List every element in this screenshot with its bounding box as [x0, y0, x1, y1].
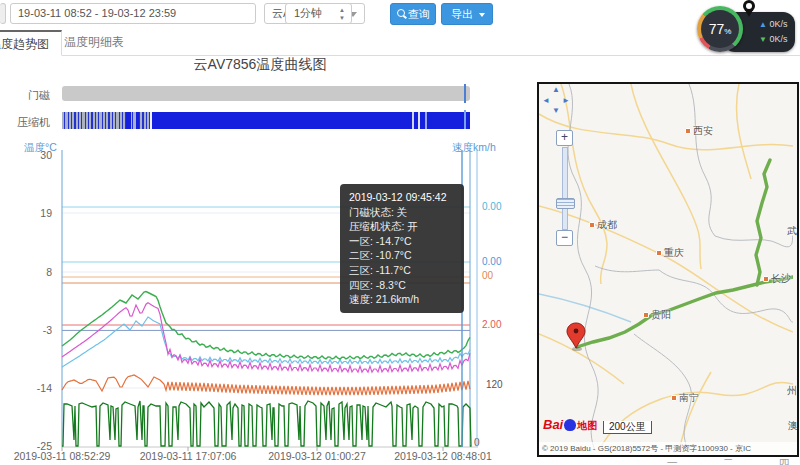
- upload-arrow-icon: ▲: [759, 20, 767, 29]
- chart-tooltip: 2019-03-12 09:45:42 门磁状态: 关 压缩机状态: 开 一区:…: [340, 184, 464, 313]
- query-label: 查询: [408, 8, 430, 20]
- pan-left-icon[interactable]: ◄: [542, 97, 550, 105]
- map-city-partial: 武: [787, 224, 797, 238]
- compressor-bar-cursor: [464, 110, 466, 129]
- tab-detail-table[interactable]: 温度明细表: [52, 30, 136, 54]
- date-range-value: 19-03-11 08:52 - 19-03-12 23:59: [18, 7, 176, 19]
- compressor-bar-label: 压缩机: [0, 115, 50, 130]
- spinner-icon[interactable]: ▲▼: [339, 6, 345, 22]
- pan-down-icon[interactable]: ▼: [552, 107, 560, 115]
- door-state-bar[interactable]: [62, 86, 470, 101]
- zoom-slider-handle[interactable]: [556, 198, 575, 209]
- tooltip-row: 一区: -14.7°C: [349, 234, 455, 249]
- tab-bar: 温度趋势图 温度明细表: [0, 30, 800, 56]
- city-dot-icon: [685, 128, 691, 134]
- map-city: 重庆: [656, 246, 684, 260]
- legend-item[interactable]: 四区: [762, 456, 800, 465]
- export-label: 导出: [451, 8, 473, 20]
- zoom-out-button[interactable]: −: [556, 230, 573, 246]
- pan-up-icon[interactable]: ▲: [552, 86, 560, 94]
- tooltip-row: 四区: -8.3°C: [349, 278, 455, 293]
- legend-item[interactable]: 二区: [706, 456, 744, 465]
- city-dot-icon: [656, 250, 662, 256]
- door-bar-cursor: [464, 84, 466, 103]
- map-city: 成都: [589, 218, 617, 232]
- compressor-bar-striped-section: [62, 112, 150, 129]
- chart-title: 云AV7856温度曲线图: [0, 56, 520, 74]
- interval-value: 1分钟: [294, 7, 322, 19]
- city-dot-icon: [589, 222, 595, 228]
- upload-speed: 0K/s: [769, 19, 787, 29]
- door-bar-label: 门磁: [0, 88, 50, 103]
- date-range-input[interactable]: 19-03-11 08:52 - 19-03-12 23:59: [10, 3, 256, 24]
- city-dot-icon: [671, 395, 677, 401]
- compressor-bar-solid-section: [152, 112, 470, 129]
- compressor-state-bar[interactable]: [62, 112, 470, 129]
- tooltip-row: 速度: 21.6km/h: [349, 292, 455, 307]
- zoom-slider[interactable]: [562, 147, 568, 230]
- legend-item[interactable]: 天: [558, 456, 586, 465]
- speed-series-line: [62, 401, 471, 446]
- search-icon: [397, 9, 405, 17]
- zoom-in-button[interactable]: +: [556, 130, 573, 146]
- map-city: 长沙: [763, 272, 791, 286]
- legend-item[interactable]: 区: [604, 456, 632, 465]
- map-city-partial: 州: [787, 384, 797, 398]
- zone-legend: 天 区 一区 二区 四区: [558, 456, 800, 465]
- caret-down-icon: [479, 13, 485, 17]
- city-dot-icon: [763, 276, 769, 282]
- map-city-partial: 澳: [788, 419, 798, 433]
- map-city: 贵阳: [643, 308, 671, 322]
- legend-item[interactable]: 一区: [650, 456, 688, 465]
- temperature-series-line: [62, 375, 470, 395]
- tooltip-row: 门磁状态: 关: [349, 205, 455, 220]
- tooltip-row: 二区: -10.7°C: [349, 248, 455, 263]
- location-pin-icon: [743, 0, 755, 12]
- pan-right-icon[interactable]: ►: [562, 97, 570, 105]
- query-button[interactable]: 查询: [390, 3, 436, 25]
- clipped-left-control: [0, 3, 6, 24]
- map-city: 南宁: [671, 391, 699, 405]
- map-canvas: [539, 84, 793, 451]
- series-lines: [62, 292, 471, 447]
- tooltip-row: 三区: -11.7°C: [349, 263, 455, 278]
- tab-trend-label: 温度趋势图: [0, 37, 49, 51]
- interval-select[interactable]: 1分钟 ▲▼: [285, 3, 352, 24]
- baidu-map[interactable]: 西安 成都 重庆 贵阳 南宁 长沙 武 州 澳 ▲ ▼ ◄ ► + − Bai地…: [537, 82, 799, 457]
- x-tick-marks: [62, 447, 443, 451]
- export-button[interactable]: 导出: [441, 3, 493, 25]
- tooltip-time: 2019-03-12 09:45:42: [349, 190, 455, 205]
- tooltip-row: 压缩机状态: 开: [349, 219, 455, 234]
- city-dot-icon: [643, 312, 649, 318]
- baidu-paw-icon: [564, 419, 576, 431]
- map-attribution: © 2019 Baidu - GS(2018)5572号 - 甲测资字11009…: [539, 442, 797, 455]
- baidu-logo: Bai地图: [543, 417, 597, 433]
- app-root: 19-03-11 08:52 - 19-03-12 23:59 云AV7856 …: [0, 0, 800, 465]
- map-marker-pin-icon[interactable]: [565, 322, 587, 352]
- tab-detail-label: 温度明细表: [64, 35, 124, 49]
- map-scale: 200公里: [603, 421, 652, 434]
- map-city: 西安: [685, 124, 713, 138]
